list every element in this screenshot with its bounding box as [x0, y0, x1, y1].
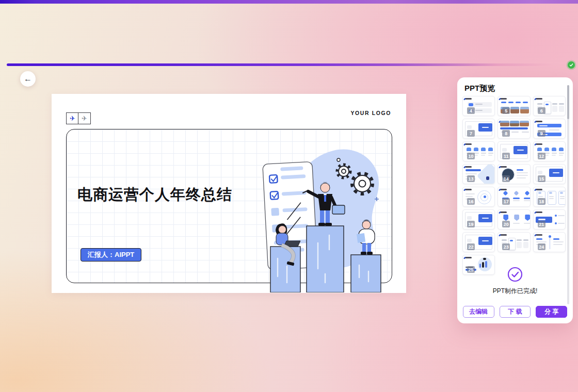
slide-number-badge: 19 — [467, 221, 475, 227]
slide-number-badge: 11 — [502, 153, 510, 159]
slide-thumbnail[interactable]: 16 — [462, 187, 495, 207]
plane-blue-icon: ✈ — [66, 112, 79, 124]
scrollbar-thumb[interactable] — [567, 85, 569, 119]
slide-number-badge: 20 — [502, 221, 510, 227]
slide-thumbnail[interactable]: 20 — [497, 209, 530, 230]
thumbnail-grid: 45678910111213141516171819202122232425 — [462, 96, 566, 275]
slide-logo-text: YOUR LOGO — [350, 110, 391, 116]
slide-number-badge: 9 — [538, 130, 545, 137]
slide-illustration — [257, 148, 392, 292]
slide-thumbnail[interactable]: 5 — [497, 96, 530, 116]
edit-button[interactable]: 去编辑 — [463, 306, 494, 318]
slide-thumbnail[interactable]: 14 — [497, 164, 530, 184]
presenter-badge: 汇报人：AIPPT — [81, 248, 141, 262]
back-button[interactable]: ← — [20, 71, 36, 87]
check-circle-icon — [507, 267, 523, 282]
slide-number-badge: 12 — [538, 153, 545, 159]
slide-thumbnail[interactable]: 21 — [533, 209, 566, 230]
app-background: { "header": { "back_glyph": "←" }, "slid… — [0, 0, 578, 392]
slide-thumbnail[interactable]: 7 — [462, 119, 495, 139]
slide-thumbnail[interactable]: 4 — [462, 96, 495, 116]
top-accent-bar — [0, 0, 578, 4]
slide-thumbnail[interactable]: 22 — [462, 232, 495, 252]
slide-number-badge: 16 — [467, 198, 475, 205]
generation-progress-bar — [7, 63, 564, 66]
slide-number-badge: 22 — [467, 243, 475, 250]
slide-thumbnail[interactable]: 19 — [462, 209, 495, 230]
action-buttons: 去编辑 下 载 分 享 — [463, 306, 567, 318]
slide-thumbnail[interactable]: 8 — [497, 119, 530, 139]
back-icon: ← — [24, 74, 32, 84]
ppt-preview-panel: PPT预览 4567891011121314151617181920212223… — [457, 77, 573, 323]
status-text: PPT制作已完成! — [457, 287, 573, 296]
slide-title: 电商运营个人年终总结 — [77, 185, 232, 205]
panel-title: PPT预览 — [464, 84, 495, 93]
slide-thumbnail[interactable]: 12 — [533, 141, 566, 161]
slide-thumbnail[interactable]: 15 — [533, 164, 566, 184]
slide-number-badge: 6 — [538, 107, 545, 114]
slide-thumbnail[interactable]: 9 — [533, 119, 566, 139]
progress-complete-icon — [568, 61, 575, 69]
slide-number-badge: 4 — [467, 107, 475, 114]
slide-thumbnail[interactable]: 24 — [533, 232, 566, 252]
slide-number-badge: 7 — [467, 130, 475, 137]
slide-number-badge: 14 — [502, 175, 510, 182]
plane-gray-icon: ✈ — [78, 112, 91, 124]
slide-number-badge: 8 — [502, 130, 510, 137]
download-button[interactable]: 下 载 — [500, 306, 531, 318]
slide-number-badge: 18 — [538, 198, 545, 205]
slide-thumbnail[interactable]: 13 — [462, 164, 495, 184]
slide-number-badge: 23 — [502, 243, 510, 250]
slide-number-badge: 10 — [467, 153, 475, 159]
slide-number-badge: 5 — [502, 107, 510, 114]
slide-preview: ✈ ✈ YOUR LOGO 电商运营个人年终总结 汇报人：AIPPT — [52, 94, 406, 293]
share-button[interactable]: 分 享 — [536, 306, 567, 318]
slide-number-badge: 24 — [538, 243, 545, 250]
slide-thumbnail[interactable]: 17 — [497, 187, 530, 207]
slide-number-badge: 25 — [467, 266, 475, 273]
slide-number-badge: 15 — [538, 175, 545, 182]
slide-number-badge: 13 — [467, 175, 475, 182]
slide-thumbnail[interactable]: 23 — [497, 232, 530, 252]
slide-number-badge: 17 — [502, 198, 510, 205]
slide-thumbnail[interactable]: 18 — [533, 187, 566, 207]
slide-thumbnail[interactable]: 6 — [533, 96, 566, 116]
slide-thumbnail[interactable]: 11 — [497, 141, 530, 161]
slide-thumbnail[interactable]: 10 — [462, 141, 495, 161]
slide-number-badge: 21 — [538, 221, 545, 227]
